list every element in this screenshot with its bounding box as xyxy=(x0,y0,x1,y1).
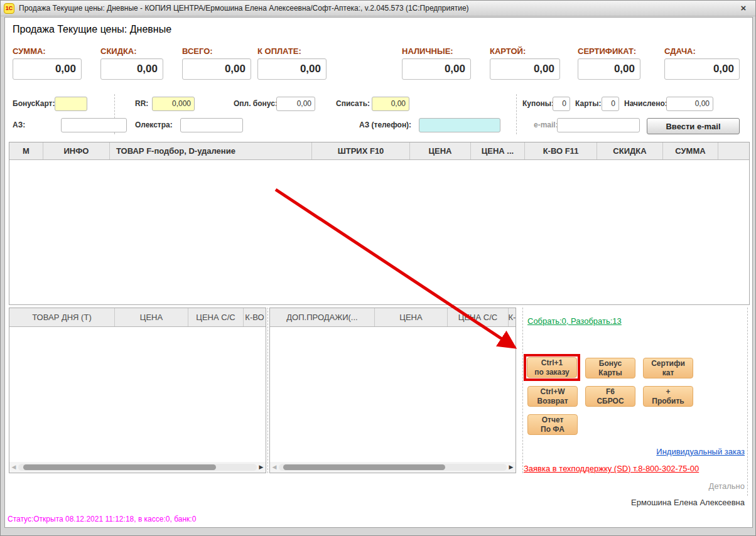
writeoff-field[interactable]: 0,00 xyxy=(372,97,409,111)
col-tovar[interactable]: ТОВАР F-подбор, D-удаление xyxy=(110,142,312,159)
kartoy-label: КАРТОЙ: xyxy=(490,46,560,56)
nalichnye-label: НАЛИЧНЫЕ: xyxy=(402,46,471,56)
cards-label: Карты: xyxy=(575,99,601,108)
k-oplate-label: К ОПЛАТЕ: xyxy=(257,46,327,56)
day-product-table-body[interactable] xyxy=(9,327,266,462)
bonus-card-field[interactable] xyxy=(55,97,87,111)
bonus-card-label: БонусКарт: xyxy=(13,99,55,108)
email-label: e-mail: xyxy=(534,121,558,129)
col-skidka[interactable]: СКИДКА xyxy=(597,142,663,159)
order-button[interactable]: Ctrl+1 по заказу xyxy=(527,357,577,378)
details-label: Детально xyxy=(709,481,745,491)
paid-bonus-label: Опл. бонус: xyxy=(234,99,278,108)
col-cena[interactable]: ЦЕНА xyxy=(410,142,471,159)
upsell-table-body[interactable] xyxy=(270,327,516,462)
col-filler xyxy=(718,142,749,159)
scroll-thumb[interactable] xyxy=(23,464,217,470)
total-group-summa: СУММА: 0,00 xyxy=(13,46,82,80)
col-cena2[interactable]: ЦЕНА ... xyxy=(471,142,525,159)
col-upsell-kvo[interactable]: К- xyxy=(509,308,516,326)
scroll-track[interactable] xyxy=(18,464,257,471)
fa-report-button[interactable]: Отчет По ФА xyxy=(527,414,578,435)
col-shtrih[interactable]: ШТРИХ F10 xyxy=(312,142,410,159)
assemble-disassemble-link[interactable]: Собрать:0, Разобрать:13 xyxy=(527,316,622,326)
enter-email-button[interactable]: Ввести e-mail xyxy=(647,118,740,134)
day-product-table: ТОВАР ДНЯ (Т) ЦЕНА ЦЕНА С/С К-ВО ◀ ▶ xyxy=(9,308,266,473)
skidka-field[interactable]: 0,00 xyxy=(100,58,163,80)
sales-items-table-body[interactable] xyxy=(9,160,749,304)
olekstra-field[interactable] xyxy=(180,118,243,132)
divider-dashed xyxy=(516,94,517,134)
divider-dashed xyxy=(267,308,268,473)
paid-bonus-field[interactable]: 0,00 xyxy=(276,97,315,111)
scroll-left-icon[interactable]: ◀ xyxy=(9,462,18,473)
upsell-table-header: ДОП.ПРОДАЖИ(... ЦЕНА ЦЕНА С/С К- xyxy=(270,308,516,327)
scroll-right-icon[interactable]: ▶ xyxy=(507,462,516,473)
vsego-field[interactable]: 0,00 xyxy=(182,58,251,80)
coupons-label: Купоны: xyxy=(522,99,554,108)
app-icon-1c: 1С xyxy=(4,3,14,14)
status-text: Статус:Открыта 08.12.2021 11:12:18, в ка… xyxy=(8,515,196,523)
sdacha-field[interactable]: 0,00 xyxy=(664,58,740,80)
scroll-thumb[interactable] xyxy=(283,464,445,470)
sdacha-label: СДАЧА: xyxy=(664,46,740,56)
sertifikat-label: СЕРТИФИКАТ: xyxy=(578,46,640,56)
col-day-kvo[interactable]: К-ВО xyxy=(244,308,266,326)
accrued-field[interactable]: 0,00 xyxy=(666,97,713,111)
individual-order-link[interactable]: Индивидуальный заказ xyxy=(656,447,745,456)
upsell-table-hscrollbar[interactable]: ◀ ▶ xyxy=(270,462,516,473)
total-group-nalichnye: НАЛИЧНЫЕ: 0,00 xyxy=(402,46,471,80)
col-kvo[interactable]: К-ВО F11 xyxy=(525,142,597,159)
col-m[interactable]: М xyxy=(9,142,43,159)
kartoy-field[interactable]: 0,00 xyxy=(490,58,560,80)
rr-field[interactable]: 0,000 xyxy=(152,97,195,111)
cashier-name: Ермошина Елена Алексеевна xyxy=(631,498,745,507)
reset-button[interactable]: F6 СБРОС xyxy=(585,386,635,407)
k-oplate-field[interactable]: 0,00 xyxy=(257,58,327,80)
checkout-button[interactable]: + Пробить xyxy=(643,386,693,407)
email-field[interactable] xyxy=(557,118,640,132)
return-button[interactable]: Ctrl+W Возврат xyxy=(527,386,578,407)
total-group-k-oplate: К ОПЛАТЕ: 0,00 xyxy=(257,46,327,80)
support-link[interactable]: Заявка в техподдержку (SD) т.8-800-302-7… xyxy=(524,464,699,473)
col-day-cena-ss[interactable]: ЦЕНА С/С xyxy=(188,308,244,326)
az-phone-field[interactable] xyxy=(419,118,500,132)
sales-items-table-header: М ИНФО ТОВАР F-подбор, D-удаление ШТРИХ … xyxy=(9,142,749,160)
day-product-table-header: ТОВАР ДНЯ (Т) ЦЕНА ЦЕНА С/С К-ВО xyxy=(9,308,266,327)
sertifikat-field[interactable]: 0,00 xyxy=(578,58,640,80)
col-summa[interactable]: СУММА xyxy=(663,142,718,159)
annotation-highlight: Ctrl+1 по заказу xyxy=(524,354,580,381)
cards-field[interactable]: 0 xyxy=(602,97,619,111)
coupons-field[interactable]: 0 xyxy=(553,97,570,111)
col-upsell-cena-ss[interactable]: ЦЕНА С/С xyxy=(448,308,509,326)
form-content: Продажа Текущие цены: Дневные СУММА: 0,0… xyxy=(4,17,753,528)
az-field[interactable] xyxy=(61,118,127,132)
scroll-right-icon[interactable]: ▶ xyxy=(257,462,266,473)
divider-dashed xyxy=(747,308,748,496)
page-title: Продажа Текущие цены: Дневные xyxy=(13,24,171,35)
app-window: 1С Продажа Текущие цены: Дневные - КОПИЯ… xyxy=(0,0,756,536)
total-group-sertifikat: СЕРТИФИКАТ: 0,00 xyxy=(578,46,640,80)
col-info[interactable]: ИНФО xyxy=(43,142,110,159)
certificate-button[interactable]: Сертифи кат xyxy=(643,358,693,378)
total-group-skidka: СКИДКА: 0,00 xyxy=(100,46,163,80)
scroll-left-icon[interactable]: ◀ xyxy=(270,462,279,473)
nalichnye-field[interactable]: 0,00 xyxy=(402,58,471,80)
col-day-cena[interactable]: ЦЕНА xyxy=(115,308,188,326)
summa-field[interactable]: 0,00 xyxy=(13,58,82,80)
window-title: Продажа Текущие цены: Дневные - КОПИЯ ЦЕ… xyxy=(19,4,469,13)
divider-dashed xyxy=(522,308,523,473)
col-upsell-cena[interactable]: ЦЕНА xyxy=(375,308,448,326)
bonus-cards-button[interactable]: Бонус Карты xyxy=(585,358,635,378)
upsell-table: ДОП.ПРОДАЖИ(... ЦЕНА ЦЕНА С/С К- ◀ ▶ xyxy=(269,308,516,473)
col-upsell-tovar[interactable]: ДОП.ПРОДАЖИ(... xyxy=(270,308,375,326)
az-label: АЗ: xyxy=(13,121,25,129)
col-day-tovar[interactable]: ТОВАР ДНЯ (Т) xyxy=(9,308,115,326)
scroll-track[interactable] xyxy=(279,464,507,471)
rr-label: RR: xyxy=(135,99,148,108)
close-icon[interactable]: × xyxy=(737,2,750,14)
olekstra-label: Олекстра: xyxy=(135,121,173,129)
day-table-hscrollbar[interactable]: ◀ ▶ xyxy=(9,462,266,473)
total-group-sdacha: СДАЧА: 0,00 xyxy=(664,46,740,80)
summa-label: СУММА: xyxy=(13,46,82,56)
